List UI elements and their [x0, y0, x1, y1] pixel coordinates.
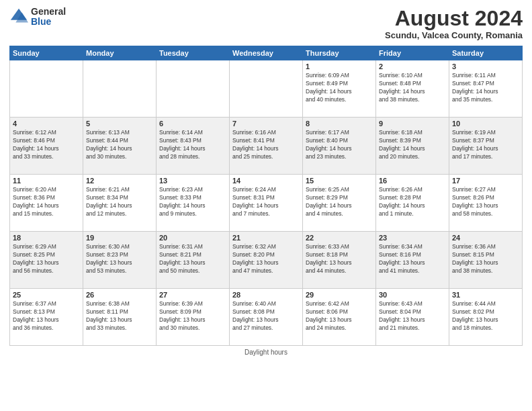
calendar-cell: 21Sunrise: 6:32 AM Sunset: 8:20 PM Dayli…	[230, 232, 303, 289]
day-info: Sunrise: 6:12 AM Sunset: 8:46 PM Dayligh…	[13, 129, 80, 161]
day-number: 20	[159, 234, 226, 242]
day-number: 16	[379, 177, 446, 185]
calendar-weekday-wednesday: Wednesday	[230, 46, 303, 60]
calendar-week-row: 4Sunrise: 6:12 AM Sunset: 8:46 PM Daylig…	[10, 118, 523, 175]
calendar-weekday-thursday: Thursday	[303, 46, 376, 60]
calendar-header-row: SundayMondayTuesdayWednesdayThursdayFrid…	[10, 46, 523, 60]
day-info: Sunrise: 6:21 AM Sunset: 8:34 PM Dayligh…	[86, 186, 153, 218]
day-number: 18	[13, 234, 80, 242]
day-info: Sunrise: 6:39 AM Sunset: 8:09 PM Dayligh…	[159, 300, 226, 332]
day-number: 29	[306, 291, 373, 299]
day-info: Sunrise: 6:31 AM Sunset: 8:21 PM Dayligh…	[159, 243, 226, 275]
day-number: 8	[306, 120, 373, 128]
day-number: 31	[452, 291, 519, 299]
day-info: Sunrise: 6:09 AM Sunset: 8:49 PM Dayligh…	[306, 72, 373, 104]
day-info: Sunrise: 6:40 AM Sunset: 8:08 PM Dayligh…	[232, 300, 300, 332]
day-number: 30	[379, 291, 446, 299]
footer-note: Daylight hours	[9, 349, 523, 356]
day-info: Sunrise: 6:42 AM Sunset: 8:06 PM Dayligh…	[306, 300, 373, 332]
day-number: 4	[13, 120, 80, 128]
day-info: Sunrise: 6:17 AM Sunset: 8:40 PM Dayligh…	[306, 129, 373, 161]
calendar-cell: 14Sunrise: 6:24 AM Sunset: 8:31 PM Dayli…	[230, 175, 303, 232]
day-number: 23	[379, 234, 446, 242]
calendar-cell: 17Sunrise: 6:27 AM Sunset: 8:26 PM Dayli…	[449, 175, 523, 232]
day-info: Sunrise: 6:27 AM Sunset: 8:26 PM Dayligh…	[452, 186, 519, 218]
day-info: Sunrise: 6:29 AM Sunset: 8:25 PM Dayligh…	[13, 243, 80, 275]
day-info: Sunrise: 6:24 AM Sunset: 8:31 PM Dayligh…	[232, 186, 300, 218]
month-year-title: August 2024	[385, 7, 523, 30]
page-container: General Blue August 2024 Scundu, Valcea …	[0, 0, 532, 411]
calendar-week-row: 1Sunrise: 6:09 AM Sunset: 8:49 PM Daylig…	[10, 60, 523, 118]
day-number: 3	[452, 62, 519, 71]
logo-general-text: General	[31, 7, 66, 17]
calendar-cell: 28Sunrise: 6:40 AM Sunset: 8:08 PM Dayli…	[230, 289, 303, 346]
calendar-weekday-tuesday: Tuesday	[157, 46, 230, 60]
calendar-cell: 7Sunrise: 6:16 AM Sunset: 8:41 PM Daylig…	[230, 118, 303, 175]
day-info: Sunrise: 6:34 AM Sunset: 8:16 PM Dayligh…	[379, 243, 446, 275]
calendar-cell: 1Sunrise: 6:09 AM Sunset: 8:49 PM Daylig…	[303, 60, 376, 118]
day-number: 9	[379, 120, 446, 128]
day-info: Sunrise: 6:10 AM Sunset: 8:48 PM Dayligh…	[379, 72, 446, 104]
day-number: 27	[159, 291, 226, 299]
day-info: Sunrise: 6:32 AM Sunset: 8:20 PM Dayligh…	[232, 243, 300, 275]
logo-blue-text: Blue	[31, 17, 66, 27]
day-number: 2	[379, 62, 446, 71]
calendar-cell: 22Sunrise: 6:33 AM Sunset: 8:18 PM Dayli…	[303, 232, 376, 289]
day-number: 5	[86, 120, 153, 128]
day-info: Sunrise: 6:16 AM Sunset: 8:41 PM Dayligh…	[232, 129, 300, 161]
calendar-cell: 2Sunrise: 6:10 AM Sunset: 8:48 PM Daylig…	[376, 60, 449, 118]
calendar-cell: 4Sunrise: 6:12 AM Sunset: 8:46 PM Daylig…	[10, 118, 83, 175]
calendar-cell: 6Sunrise: 6:14 AM Sunset: 8:43 PM Daylig…	[157, 118, 230, 175]
calendar-cell: 15Sunrise: 6:25 AM Sunset: 8:29 PM Dayli…	[303, 175, 376, 232]
calendar-cell: 29Sunrise: 6:42 AM Sunset: 8:06 PM Dayli…	[303, 289, 376, 346]
day-info: Sunrise: 6:30 AM Sunset: 8:23 PM Dayligh…	[86, 243, 153, 275]
day-info: Sunrise: 6:38 AM Sunset: 8:11 PM Dayligh…	[86, 300, 153, 332]
calendar-cell	[230, 60, 303, 118]
daylight-hours-label: Daylight hours	[245, 349, 287, 356]
calendar-cell: 26Sunrise: 6:38 AM Sunset: 8:11 PM Dayli…	[83, 289, 157, 346]
calendar-cell: 18Sunrise: 6:29 AM Sunset: 8:25 PM Dayli…	[10, 232, 83, 289]
day-info: Sunrise: 6:43 AM Sunset: 8:04 PM Dayligh…	[379, 300, 446, 332]
calendar-cell: 25Sunrise: 6:37 AM Sunset: 8:13 PM Dayli…	[10, 289, 83, 346]
day-number: 11	[13, 177, 80, 185]
calendar-weekday-sunday: Sunday	[10, 46, 83, 60]
day-info: Sunrise: 6:33 AM Sunset: 8:18 PM Dayligh…	[306, 243, 373, 275]
day-info: Sunrise: 6:23 AM Sunset: 8:33 PM Dayligh…	[159, 186, 226, 218]
day-info: Sunrise: 6:25 AM Sunset: 8:29 PM Dayligh…	[306, 186, 373, 218]
logo-icon	[9, 7, 28, 26]
logo-text: General Blue	[31, 7, 66, 28]
day-number: 10	[452, 120, 519, 128]
calendar-cell: 19Sunrise: 6:30 AM Sunset: 8:23 PM Dayli…	[83, 232, 157, 289]
day-info: Sunrise: 6:19 AM Sunset: 8:37 PM Dayligh…	[452, 129, 519, 161]
day-number: 13	[159, 177, 226, 185]
day-info: Sunrise: 6:44 AM Sunset: 8:02 PM Dayligh…	[452, 300, 519, 332]
day-info: Sunrise: 6:11 AM Sunset: 8:47 PM Dayligh…	[452, 72, 519, 104]
calendar-weekday-saturday: Saturday	[449, 46, 523, 60]
location-text: Scundu, Valcea County, Romania	[385, 30, 523, 40]
day-number: 14	[232, 177, 300, 185]
day-info: Sunrise: 6:13 AM Sunset: 8:44 PM Dayligh…	[86, 129, 153, 161]
day-number: 19	[86, 234, 153, 242]
calendar-weekday-friday: Friday	[376, 46, 449, 60]
day-info: Sunrise: 6:37 AM Sunset: 8:13 PM Dayligh…	[13, 300, 80, 332]
day-number: 7	[232, 120, 300, 128]
day-number: 6	[159, 120, 226, 128]
calendar-week-row: 11Sunrise: 6:20 AM Sunset: 8:36 PM Dayli…	[10, 175, 523, 232]
calendar-cell	[83, 60, 157, 118]
day-info: Sunrise: 6:20 AM Sunset: 8:36 PM Dayligh…	[13, 186, 80, 218]
calendar-cell: 11Sunrise: 6:20 AM Sunset: 8:36 PM Dayli…	[10, 175, 83, 232]
day-info: Sunrise: 6:14 AM Sunset: 8:43 PM Dayligh…	[159, 129, 226, 161]
calendar-cell: 8Sunrise: 6:17 AM Sunset: 8:40 PM Daylig…	[303, 118, 376, 175]
day-number: 28	[232, 291, 300, 299]
day-number: 1	[306, 62, 373, 71]
calendar-cell: 3Sunrise: 6:11 AM Sunset: 8:47 PM Daylig…	[449, 60, 523, 118]
day-info: Sunrise: 6:18 AM Sunset: 8:39 PM Dayligh…	[379, 129, 446, 161]
day-number: 12	[86, 177, 153, 185]
day-info: Sunrise: 6:26 AM Sunset: 8:28 PM Dayligh…	[379, 186, 446, 218]
day-number: 15	[306, 177, 373, 185]
calendar-week-row: 18Sunrise: 6:29 AM Sunset: 8:25 PM Dayli…	[10, 232, 523, 289]
calendar-weekday-monday: Monday	[83, 46, 157, 60]
calendar-cell: 24Sunrise: 6:36 AM Sunset: 8:15 PM Dayli…	[449, 232, 523, 289]
calendar-cell	[10, 60, 83, 118]
calendar-week-row: 25Sunrise: 6:37 AM Sunset: 8:13 PM Dayli…	[10, 289, 523, 346]
